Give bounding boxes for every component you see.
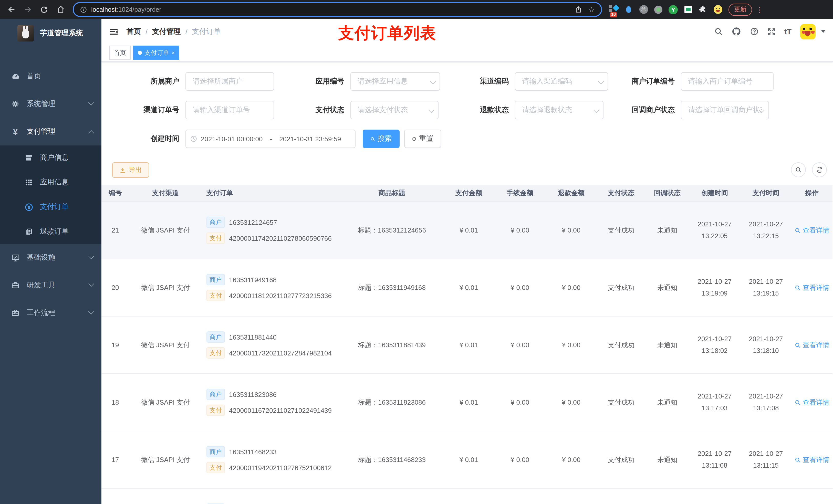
sidebar-item-pay-order[interactable]: 支付订单 <box>0 195 101 219</box>
col-actions: 操作 <box>791 189 832 198</box>
sidebar-item-application[interactable]: 应用信息 <box>0 170 101 195</box>
channel-order-no-input[interactable]: 请输入渠道订单号 <box>186 101 274 119</box>
cell-title: 标题：1635311823086 <box>341 374 443 431</box>
tag-close-icon[interactable]: × <box>172 50 175 55</box>
cell-title: 标题：1635311949168 <box>341 259 443 316</box>
create-time-range-picker[interactable]: 2021-10-01 00:00:00 - 2021-10-31 23:59:5… <box>186 129 356 148</box>
callback-status-select[interactable]: 请选择订单回调商户状态 <box>681 101 769 119</box>
sidebar-item-system[interactable]: 系统管理 <box>0 90 101 118</box>
sidebar-item-merchant[interactable]: 商户信息 <box>0 145 101 170</box>
url-host: localhost <box>91 6 117 13</box>
cell-title: 标题：1635311881439 <box>341 316 443 374</box>
pay-tag: 支付 <box>207 233 225 244</box>
ext-emoji-icon[interactable] <box>713 5 722 14</box>
filter-label-refund-status: 退款状态 <box>440 105 515 115</box>
table-row: 商户 1635311351796 支付 <box>101 489 832 504</box>
table-refresh-button[interactable] <box>812 162 827 177</box>
toolbox-icon <box>10 281 21 289</box>
sidebar-item-label: 应用信息 <box>40 178 69 187</box>
tag-home[interactable]: 首页 <box>109 46 130 60</box>
cell-callback-status: 未通知 <box>645 431 689 488</box>
channel-code-select[interactable]: 请输入渠道编码 <box>515 72 608 91</box>
breadcrumb-payment[interactable]: 支付管理 <box>152 27 181 36</box>
ext-grid-diamond-icon[interactable]: 10 <box>609 5 618 14</box>
reset-button[interactable]: 重置 <box>404 129 441 148</box>
sidebar-item-home[interactable]: 首页 <box>0 63 101 90</box>
magnifier-icon <box>794 285 801 291</box>
refund-status-select[interactable]: 请选择退款状态 <box>515 101 603 119</box>
sidebar-item-payment[interactable]: ¥ 支付管理 <box>0 118 101 145</box>
user-avatar[interactable] <box>800 24 815 39</box>
home-icon[interactable] <box>54 3 67 16</box>
view-detail-link[interactable]: 查看详情 <box>794 283 829 292</box>
browser-update-button[interactable]: 更新 <box>729 3 752 16</box>
breadcrumb-home[interactable]: 首页 <box>126 27 141 36</box>
back-icon[interactable] <box>5 3 18 16</box>
merchant-order-no-input[interactable]: 请输入商户订单编号 <box>681 72 774 91</box>
merchant-order-line: 商户 1635311823086 <box>207 389 277 400</box>
site-info-icon[interactable] <box>80 6 87 13</box>
ext-y-icon[interactable]: Y <box>669 5 678 14</box>
cell-fee <box>494 489 546 504</box>
merchant-tag: 商户 <box>207 446 225 457</box>
view-detail-link[interactable]: 查看详情 <box>794 455 829 464</box>
col-title: 商品标题 <box>341 189 443 198</box>
merchant-tag: 商户 <box>207 274 225 285</box>
cell-order-id: 17 <box>101 431 132 488</box>
fullscreen-icon[interactable] <box>767 27 776 35</box>
search-icon[interactable] <box>714 27 723 36</box>
github-icon[interactable] <box>732 27 741 37</box>
cell-create-time <box>689 489 740 504</box>
sidebar: 芋道管理系统 首页 系统管理 ¥ 支付管 <box>0 19 101 504</box>
cell-pay-order: 商户 1635311351796 支付 <box>199 489 341 504</box>
view-detail-link[interactable]: 查看详情 <box>794 398 829 407</box>
chevron-up-icon <box>88 130 94 136</box>
export-button[interactable]: 导出 <box>112 162 149 178</box>
tag-pay-order[interactable]: 支付订单 × <box>133 46 180 60</box>
table-row: 18 微信 JSAPI 支付 商户 1635311823086 支付 42000… <box>101 374 832 431</box>
bookmark-star-icon[interactable]: ☆ <box>588 5 595 14</box>
font-size-icon[interactable]: tT <box>784 27 791 36</box>
cell-order-id: 18 <box>101 374 132 431</box>
search-button[interactable]: 搜索 <box>363 129 400 148</box>
col-amount: 支付金额 <box>443 189 494 198</box>
forward-icon[interactable] <box>22 3 34 16</box>
magnifier-icon <box>794 399 801 405</box>
help-icon[interactable] <box>750 27 759 36</box>
cell-actions: 查看详情 <box>791 202 832 259</box>
share-icon[interactable] <box>575 6 582 13</box>
sidebar-item-workflow[interactable]: 工作流程 <box>0 299 101 327</box>
view-detail-link[interactable]: 查看详情 <box>794 225 829 235</box>
address-bar[interactable]: localhost:1024/pay/order ☆ <box>73 2 602 17</box>
page-title-annotation: 支付订单列表 <box>338 23 436 44</box>
cell-pay-time: 2021-10-2713:11:15 <box>740 431 791 488</box>
merchant-select[interactable]: 请选择所属商户 <box>186 72 274 91</box>
sidebar-item-infra[interactable]: 基础设施 <box>0 244 101 271</box>
avatar-caret-icon[interactable] <box>821 30 825 33</box>
ext-command-icon[interactable]: ⌘ <box>639 5 648 14</box>
sidebar-item-devtools[interactable]: 研发工具 <box>0 271 101 299</box>
ext-balloon-icon[interactable] <box>624 5 633 14</box>
pay-status-select[interactable]: 请选择支付状态 <box>351 101 438 119</box>
sidebar-item-refund-order[interactable]: 退款订单 <box>0 219 101 244</box>
col-fee: 手续金额 <box>494 189 546 198</box>
pay-circle-icon <box>24 202 34 211</box>
view-detail-link[interactable]: 查看详情 <box>794 340 829 350</box>
filter-label-merchant-order-no: 商户订单编号 <box>608 77 681 86</box>
ext-chat-icon[interactable] <box>684 5 693 14</box>
filter-row-1: 所属商户 请选择所属商户 应用编号 请选择应用信息 渠道编码 请输入渠道编码 商… <box>101 67 833 96</box>
cell-callback-status: 未通知 <box>645 374 689 431</box>
browser-menu-icon[interactable]: ⋮ <box>756 5 763 14</box>
app-select[interactable]: 请选择应用信息 <box>351 72 440 91</box>
cell-amount: ¥ 0.01 <box>443 259 494 316</box>
reload-icon[interactable] <box>38 3 50 16</box>
app-logo[interactable]: 芋道管理系统 <box>0 19 101 48</box>
ext-puzzle-icon[interactable] <box>698 5 708 14</box>
filter-label-channel-order-no: 渠道订单号 <box>108 105 186 115</box>
cell-pay-channel: 微信 JSAPI 支付 <box>132 202 199 259</box>
ext-badge: 10 <box>610 12 617 17</box>
ext-record-icon[interactable] <box>654 5 663 14</box>
sidebar-fold-icon[interactable] <box>109 27 118 36</box>
table-search-toggle-button[interactable] <box>791 162 806 177</box>
clock-icon <box>190 135 197 142</box>
